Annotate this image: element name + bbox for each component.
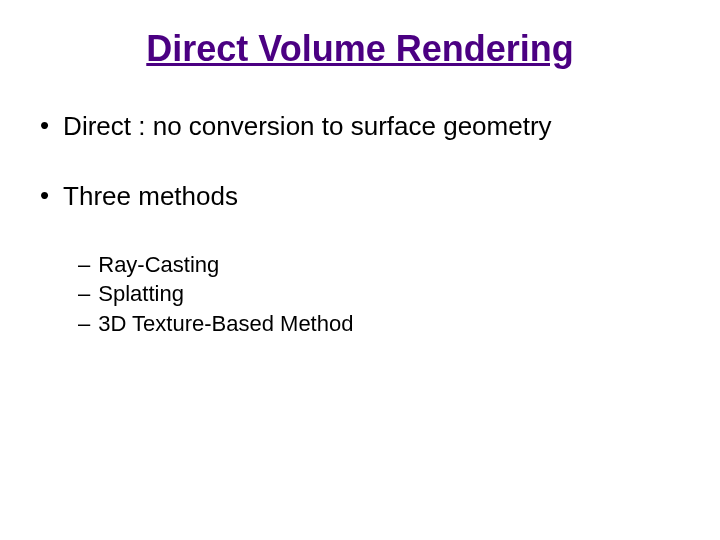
bullet-item: • Three methods	[40, 180, 680, 214]
sub-bullet-item: – Splatting	[78, 279, 680, 309]
bullet-text: Three methods	[63, 180, 238, 214]
sub-bullet-marker: –	[78, 250, 90, 280]
bullet-marker: •	[40, 180, 49, 211]
sub-bullet-marker: –	[78, 309, 90, 339]
sub-bullet-list: – Ray-Casting – Splatting – 3D Texture-B…	[78, 250, 680, 339]
sub-bullet-text: Ray-Casting	[98, 250, 219, 280]
slide-title: Direct Volume Rendering	[40, 28, 680, 70]
bullet-marker: •	[40, 110, 49, 141]
sub-bullet-item: – Ray-Casting	[78, 250, 680, 280]
sub-bullet-marker: –	[78, 279, 90, 309]
sub-bullet-text: Splatting	[98, 279, 184, 309]
sub-bullet-text: 3D Texture-Based Method	[98, 309, 353, 339]
sub-bullet-item: – 3D Texture-Based Method	[78, 309, 680, 339]
bullet-item: • Direct : no conversion to surface geom…	[40, 110, 680, 144]
bullet-text: Direct : no conversion to surface geomet…	[63, 110, 551, 144]
